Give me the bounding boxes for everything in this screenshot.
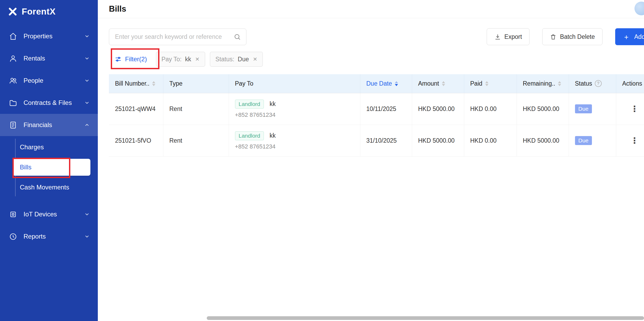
export-button[interactable]: Export	[487, 28, 530, 45]
cell-pay-to: Landlord kk +852 87651234	[229, 125, 360, 156]
kebab-menu-icon[interactable]: ⋮	[630, 136, 639, 145]
logo-x-icon	[8, 7, 17, 16]
person-icon	[9, 54, 17, 63]
avatar[interactable]	[634, 2, 644, 15]
pay-to-name: kk	[270, 100, 276, 107]
sidebar-item-label: Contracts & Files	[24, 99, 84, 106]
page-title: Bills	[109, 4, 126, 14]
cell-status: Due	[569, 125, 616, 156]
sidebar-item-rentals[interactable]: Rentals	[0, 47, 98, 69]
search-box	[109, 29, 246, 45]
plus-icon: +	[624, 34, 631, 40]
sort-icon[interactable]	[395, 81, 398, 86]
bills-table-wrap: Bill Number.. Type	[109, 74, 644, 157]
sidebar-item-label: IoT Devices	[24, 211, 84, 218]
sidebar-item-label: Properties	[24, 32, 84, 40]
sort-icon[interactable]	[558, 81, 561, 86]
landlord-tag: Landlord	[235, 131, 264, 140]
pay-to-phone: +852 87651234	[235, 111, 354, 118]
col-label: Actions	[622, 80, 642, 87]
cell-amount: HKD 5000.00	[412, 93, 464, 125]
chevron-down-icon	[84, 211, 90, 217]
col-actions: Actions	[616, 74, 644, 93]
filter-chip-pay-to: Pay To: kk ✕	[156, 52, 205, 67]
batch-delete-label: Batch Delete	[560, 33, 595, 40]
cell-due-date: 10/11/2025	[360, 93, 412, 125]
cell-actions: ⋮	[616, 125, 644, 156]
sort-icon[interactable]	[442, 81, 445, 86]
sidebar-item-reports[interactable]: Reports	[0, 225, 98, 248]
search-icon[interactable]	[234, 33, 241, 40]
cell-due-date: 31/10/2025	[360, 125, 412, 156]
cell-remaining: HKD 5000.00	[517, 125, 569, 156]
sort-icon[interactable]	[152, 81, 155, 86]
sidebar-item-financials[interactable]: Financials	[0, 114, 98, 136]
cell-paid: HKD 0.00	[464, 93, 517, 125]
cell-status: Due	[569, 93, 616, 125]
close-icon[interactable]: ✕	[195, 56, 200, 62]
add-bill-button[interactable]: + Add Bill	[615, 28, 644, 45]
sidebar-nav: Properties Rentals People	[0, 25, 98, 248]
status-badge: Due	[575, 136, 592, 145]
col-pay-to: Pay To	[229, 74, 360, 93]
table-header-row: Bill Number.. Type	[109, 74, 644, 93]
export-label: Export	[504, 33, 522, 40]
chip-label: Pay To:	[162, 56, 182, 63]
cell-actions: ⋮	[616, 93, 644, 125]
sidebar-item-label: People	[24, 77, 84, 84]
sidebar-item-charges[interactable]: Charges	[0, 137, 98, 157]
cell-bill-number: 251021-qWW4	[109, 93, 163, 125]
cell-type: Rent	[163, 125, 229, 156]
sort-icon[interactable]	[485, 81, 489, 86]
question-circle-icon[interactable]: ?	[595, 80, 602, 87]
sidebar: ForentX Properties Rentals	[0, 0, 98, 321]
horizontal-scrollbar	[207, 316, 644, 320]
sidebar-item-iot-devices[interactable]: IoT Devices	[0, 203, 98, 225]
app: ForentX Properties Rentals	[0, 0, 644, 321]
batch-delete-button[interactable]: Batch Delete	[542, 28, 602, 45]
cell-type: Rent	[163, 93, 229, 125]
col-label: Paid	[470, 80, 482, 87]
financials-submenu: Charges Bills Cash Movements	[0, 136, 98, 199]
col-label: Due Date	[366, 80, 392, 87]
sidebar-item-label: Charges	[20, 143, 44, 151]
sidebar-item-bills[interactable]: Bills	[13, 159, 90, 176]
col-label: Pay To	[235, 80, 254, 87]
filter-button[interactable]: Filter(2)	[111, 52, 151, 67]
pay-to-line: Landlord kk	[235, 100, 354, 109]
col-label: Remaining..	[523, 80, 555, 87]
people-icon	[9, 77, 17, 85]
pay-to-line: Landlord kk	[235, 131, 354, 140]
filter-label: Filter(2)	[125, 55, 147, 63]
logo: ForentX	[0, 0, 98, 18]
sidebar-item-contracts-files[interactable]: Contracts & Files	[0, 92, 98, 114]
col-bill-number[interactable]: Bill Number..	[109, 74, 163, 93]
chevron-down-icon	[84, 33, 90, 39]
horizontal-scrollbar-thumb[interactable]	[207, 316, 644, 320]
sidebar-item-label: Bills	[20, 164, 31, 171]
content: Export Batch Delete + Add Bill	[98, 18, 644, 321]
sidebar-item-cash-movements[interactable]: Cash Movements	[0, 177, 98, 197]
invoice-icon	[9, 121, 17, 129]
kebab-menu-icon[interactable]: ⋮	[630, 105, 639, 113]
chip-label: Status:	[215, 56, 234, 63]
col-due-date[interactable]: Due Date	[360, 74, 412, 93]
logo-text: ForentX	[22, 7, 56, 17]
trash-icon	[550, 34, 556, 40]
cell-pay-to: Landlord kk +852 87651234	[229, 93, 360, 125]
col-remaining[interactable]: Remaining..	[517, 74, 569, 93]
pay-to-name: kk	[270, 132, 276, 139]
close-icon[interactable]: ✕	[252, 56, 257, 62]
sidebar-item-properties[interactable]: Properties	[0, 25, 98, 47]
col-type: Type	[163, 74, 229, 93]
col-label: Bill Number..	[115, 80, 149, 87]
folder-icon	[9, 99, 17, 107]
chip-value: kk	[185, 56, 191, 63]
col-paid[interactable]: Paid	[464, 74, 517, 93]
table-row: 251021-qWW4 Rent Landlord kk +852 876512…	[109, 93, 644, 125]
sidebar-item-people[interactable]: People	[0, 69, 98, 92]
search-input[interactable]	[114, 33, 234, 41]
landlord-tag: Landlord	[235, 100, 264, 109]
col-amount[interactable]: Amount	[412, 74, 464, 93]
sidebar-item-label: Cash Movements	[20, 184, 69, 191]
